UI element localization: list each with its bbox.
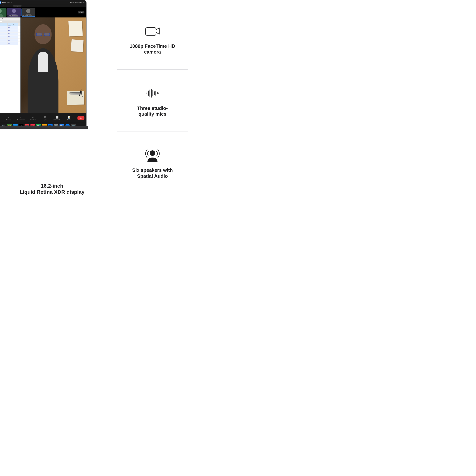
svg-line-3 (11, 2, 12, 3)
zoom-brand-text: zoom (2, 2, 6, 3)
cell-savings: 838 (8, 35, 18, 38)
caption-area: 16.2-inch Liquid Retina XDR display (0, 183, 104, 195)
sheet-col-headers: Projected Reduction (Tons) Cost Savings … (0, 23, 20, 26)
apps-icon: ⊞ (43, 116, 47, 119)
caption-line2: Liquid Retina XDR display (0, 189, 104, 195)
screen-bezel: zoom Mon 30 Oct 9:41 AM (0, 0, 86, 126)
cell-reduction: 3562 (0, 42, 8, 45)
sheet-toolbar (0, 20, 20, 23)
sheet-row: 3 3562 891 (0, 42, 20, 45)
speakers-icon-area (143, 146, 162, 164)
svg-marker-1 (0, 2, 1, 3)
participants-bar: David Beau... Carmen Sharafeldeen (0, 7, 86, 17)
participant-david-inner (0, 8, 6, 17)
share-btn[interactable]: ↑ Share (1, 18, 5, 19)
svg-point-26 (150, 151, 155, 156)
toolbar-summary[interactable]: ≡ Summary (5, 116, 12, 120)
notes-icon: 📝 (67, 116, 71, 119)
sharing-notification-bar: are viewing Ivan Fuentes's screen View O… (0, 4, 86, 7)
sheet-row: 0 3300 825 (0, 39, 20, 42)
person-presenter (24, 17, 62, 113)
dock-icon-finder2[interactable]: 📁 (7, 124, 12, 125)
dock-icon-safari[interactable]: 🌐 (13, 124, 18, 125)
svg-rect-0 (0, 2, 0, 3)
cell-savings: 720 (8, 33, 18, 35)
screen-inner: zoom Mon 30 Oct 9:41 AM (0, 1, 86, 126)
camera-icon-area (143, 22, 162, 40)
reactions-icon: ☺ (32, 116, 35, 119)
dock-icon-music[interactable]: 🎵 (25, 124, 29, 125)
zoom-logo: zoom (0, 1, 6, 4)
view-options-button[interactable]: View Options ▾ (13, 5, 22, 6)
view-button[interactable]: ⊟ View (78, 11, 85, 13)
sheet-rows: 6 3143 786 2706 676 3 2881 720 9 3352 83… (0, 26, 20, 45)
cell-reduction: 2706 (0, 29, 8, 32)
sheet-row: 2706 676 (0, 29, 20, 33)
cork-paper-1 (68, 21, 83, 36)
toolbar-whiteboards[interactable]: ⬜ Whiteboards (53, 116, 60, 120)
toolbar-notes[interactable]: 📝 Notes (66, 116, 72, 120)
svg-marker-14 (62, 125, 63, 125)
person-shirt (38, 52, 48, 72)
notes-label: Notes (67, 119, 70, 120)
sheet-row: 6 3143 786 (0, 26, 20, 30)
summary-icon: ≡ (7, 116, 10, 119)
microphone-icon (145, 86, 160, 101)
cell-savings: 825 (8, 39, 18, 42)
sheet-header: 💬 Comments ↑ Share (0, 17, 20, 21)
cell-savings: 891 (8, 42, 18, 45)
cell-savings: 786 (8, 26, 18, 29)
zoom-logo-icon (0, 1, 1, 4)
dock-icon-zoom[interactable] (60, 124, 64, 125)
participant-carmen: Carmen Sharafeldeen (7, 8, 21, 17)
caption-line1: 16.2-inch (0, 183, 104, 189)
zoom-clock: Mon 30 Oct 9:41 AM (70, 2, 81, 3)
end-call-button[interactable]: End (77, 116, 85, 120)
participant-carmen-name: Carmen Sharafeldeen (7, 15, 18, 16)
toolbar-ai-companion[interactable]: ✦ AI Companion (17, 116, 25, 120)
apps-label: Apps (44, 119, 47, 120)
right-section: 1080p FaceTime HDcamera Three studio-qua… (104, 0, 201, 201)
sheet-col-reduction: Projected Reduction (Tons) (0, 23, 8, 26)
feature-speakers: Six speakers withSpatial Audio (132, 132, 173, 193)
ai-companion-icon: ✦ (19, 116, 22, 119)
participant-david: David Beau... (0, 8, 6, 17)
cell-reduction: 3300 (0, 39, 8, 42)
participant-ivan-name: Ivan Fuentes (22, 15, 29, 16)
dock-icon-misc[interactable]: 🔵 (65, 124, 70, 125)
cell-reduction: 3143 (0, 26, 8, 29)
dock-icon-notes[interactable]: 📌 (30, 124, 35, 125)
toolbar-reactions[interactable]: ☺ Reactions (30, 116, 37, 120)
person-video (21, 17, 86, 113)
sheet-row: 3 2881 720 (0, 33, 20, 36)
svg-rect-13 (60, 125, 63, 125)
sheet-search[interactable] (0, 21, 2, 22)
dock-icon-numbers[interactable]: 📊 (36, 124, 41, 125)
toolbar-apps[interactable]: ⊞ Apps (42, 116, 49, 120)
glasses (36, 33, 50, 36)
person-body (28, 48, 59, 113)
zoom-top-bar: zoom Mon 30 Oct 9:41 AM (0, 1, 86, 4)
left-section: zoom Mon 30 Oct 9:41 AM (0, 0, 104, 201)
cell-reduction: 2881 (0, 33, 8, 35)
cell-reduction: 3352 (0, 35, 8, 38)
svg-point-11 (26, 9, 30, 13)
dock-icon-tv[interactable]: 📺 (19, 124, 24, 125)
dock-icon-finder[interactable]: 🖥️ (1, 124, 6, 125)
sheet-col-savings: Cost Savings (USD) (8, 23, 18, 26)
dock-icon-settings[interactable]: ⚙️ (54, 124, 59, 125)
dock-icon-appstore[interactable]: 📱 (48, 124, 53, 125)
mic-icon-area (143, 84, 162, 102)
participant-ivan: Ivan Fuentes (22, 8, 35, 17)
sharing-text: are viewing Ivan Fuentes's screen (0, 5, 12, 6)
feature-mics: Three studio-quality mics (137, 69, 168, 132)
svg-point-8 (12, 9, 16, 13)
dock-icon-pages[interactable]: ✏️ (42, 124, 47, 125)
summary-label: Summary (6, 119, 11, 120)
cork-paper-2 (71, 39, 84, 52)
dock-icon-trash[interactable]: 🗑️ (71, 124, 76, 125)
cell-savings: 676 (8, 29, 18, 32)
camera-feature-title: 1080p FaceTime HDcamera (130, 43, 175, 55)
speakers-feature-title: Six speakers withSpatial Audio (132, 167, 173, 179)
person-head (34, 24, 52, 44)
